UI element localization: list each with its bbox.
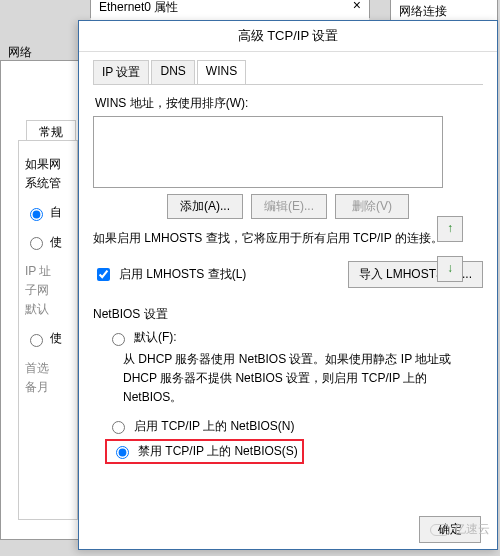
netbios-disable-row[interactable]: 禁用 TCP/IP 上的 NetBIOS(S) [111, 443, 298, 460]
netbios-group-label: NetBIOS 设置 [93, 306, 483, 323]
advanced-tcpip-dialog: 高级 TCP/IP 设置 IP 设置 DNS WINS WINS 地址，按使用排… [78, 20, 498, 550]
netbios-default-label: 默认(F): [134, 329, 177, 346]
bg-auto-radio[interactable] [30, 208, 43, 221]
netbios-disable-radio[interactable] [116, 446, 129, 459]
lmhosts-note: 如果启用 LMHOSTS 查找，它将应用于所有启用 TCP/IP 的连接。 [93, 229, 483, 247]
bg-use2-radio[interactable] [30, 334, 43, 347]
ethernet-title: Ethernet0 属性 [99, 0, 178, 14]
netbios-disable-label: 禁用 TCP/IP 上的 NetBIOS(S) [138, 443, 298, 460]
wins-address-label: WINS 地址，按使用排序(W): [95, 95, 483, 112]
close-icon[interactable]: × [353, 0, 361, 13]
wins-address-list[interactable] [93, 116, 443, 188]
netbios-default-radio[interactable] [112, 333, 125, 346]
move-up-button[interactable]: ↑ [437, 216, 463, 242]
enable-lmhosts-label: 启用 LMHOSTS 查找(L) [119, 266, 246, 283]
netbios-disable-highlight: 禁用 TCP/IP 上的 NetBIOS(S) [105, 439, 304, 464]
background-panel: 如果网 系统管 自 使 IP 址 子网 默认 使 首选 备月 [18, 140, 78, 520]
netbios-default-desc: 从 DHCP 服务器使用 NetBIOS 设置。如果使用静态 IP 地址或 DH… [123, 350, 483, 408]
edit-button: 编辑(E)... [251, 194, 327, 219]
enable-lmhosts-row[interactable]: 启用 LMHOSTS 查找(L) [93, 265, 246, 284]
netbios-default-row[interactable]: 默认(F): [107, 329, 483, 346]
tab-dns[interactable]: DNS [151, 60, 194, 84]
network-label: 网络 [8, 44, 32, 61]
tab-strip: IP 设置 DNS WINS [93, 60, 483, 85]
netbios-enable-label: 启用 TCP/IP 上的 NetBIOS(N) [134, 418, 294, 435]
bg-use-radio[interactable] [30, 237, 43, 250]
netbios-enable-row[interactable]: 启用 TCP/IP 上的 NetBIOS(N) [107, 418, 483, 435]
tab-ip-settings[interactable]: IP 设置 [93, 60, 149, 84]
netbios-enable-radio[interactable] [112, 421, 125, 434]
dialog-title: 高级 TCP/IP 设置 [79, 21, 497, 52]
add-button[interactable]: 添加(A)... [167, 194, 243, 219]
enable-lmhosts-checkbox[interactable] [97, 268, 110, 281]
remove-button: 删除(V) [335, 194, 409, 219]
move-down-button[interactable]: ↓ [437, 256, 463, 282]
watermark: 亿速云 [430, 521, 490, 538]
cloud-icon [430, 524, 450, 536]
tab-wins[interactable]: WINS [197, 60, 246, 84]
